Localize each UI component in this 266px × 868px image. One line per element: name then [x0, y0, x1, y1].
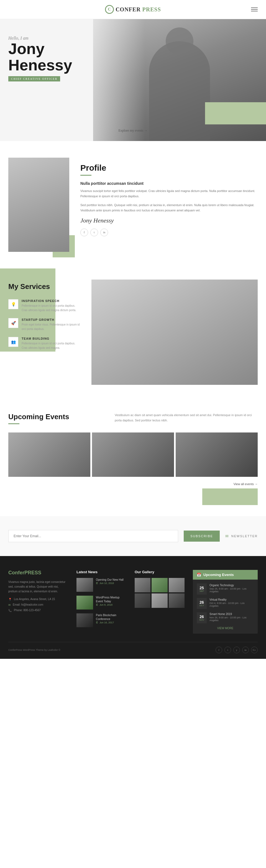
footer: ConferPRESS Vivamus magna justo, lacinia…: [0, 556, 266, 659]
header: C CONFERPRESS: [0, 0, 266, 19]
profile-signature: Jony Henessy: [80, 217, 258, 224]
gallery-thumb-4: [135, 593, 150, 608]
footer-gallery-heading: Our Gallery: [135, 570, 184, 574]
email-icon: ✉: [8, 603, 10, 607]
gallery-thumb-1: [135, 578, 150, 592]
footer-about-text: Vivamus magna justo, lacinia eget consec…: [8, 580, 68, 594]
widget-view-more-link[interactable]: VIEW MORE: [197, 627, 254, 630]
social-facebook[interactable]: f: [80, 228, 88, 236]
newsletter-label: ✉ NEWSLETTER: [225, 534, 258, 538]
widget-event-title-3: Smart Home 2019: [209, 612, 254, 616]
footer-social-links: f t y in G+: [215, 647, 258, 653]
profile-text-1: Vivamus suscipit tortor eget felis portt…: [80, 188, 258, 199]
service-item-2: 🚀 STARTUP GROWTH Proin eget tortor risus…: [8, 318, 80, 331]
footer-copyright: ConferPress WordPress Theme by Leafcolor…: [8, 649, 60, 651]
widget-event-3: 26 Nov Smart Home 2019 Nov 26, 9:00 am -…: [197, 612, 254, 623]
newsletter-subscribe-button[interactable]: SUBSCRIBE: [184, 531, 220, 541]
footer-contact-list: 📍 Los Angeles, Avana Street, LA 15 ✉ Ema…: [8, 598, 68, 612]
location-icon: 📍: [8, 598, 12, 601]
news-thumb-3: [77, 613, 93, 627]
profile-photo: [8, 158, 69, 252]
view-all-events-link[interactable]: View all events →: [8, 482, 258, 486]
calendar-icon-2: 🗓: [96, 603, 98, 606]
gallery-thumb-5: [152, 593, 167, 608]
profile-heading: Profile: [80, 163, 258, 173]
widget-event-meta-3: Nov 26, 9:00 am - 10:00 pm · Los Angeles: [209, 616, 254, 622]
mail-icon: ✉: [225, 534, 229, 538]
news-title-1: Opening Our New Hall: [96, 578, 124, 582]
widget-event-2: 26 Oct Virtual Reality Oct 4, 9:00 am - …: [197, 598, 254, 609]
services-photo: [91, 280, 258, 385]
profile-subtitle: Nulla porttitor accumsan tincidunt: [80, 181, 258, 186]
footer-logo: ConferPRESS: [8, 570, 68, 576]
team-icon: 👥: [8, 337, 18, 347]
footer-news-item-3: Paris Blockchain Conference 🗓 Jun 16, 20…: [77, 613, 126, 627]
footer-events-col: 📅 Upcoming Events 25 Sep Organic Technol…: [193, 570, 258, 633]
events-green-accent: [202, 489, 258, 505]
phone-icon: 📞: [8, 609, 12, 612]
news-date-3: 🗓 Jun 16, 2017: [96, 621, 126, 624]
logo-icon: C: [105, 5, 114, 14]
logo[interactable]: C CONFERPRESS: [105, 5, 161, 14]
footer-social-youtube[interactable]: y: [233, 647, 240, 653]
service-item-3: 👥 TEAM BUILDING Pellentesque in ipsum id…: [8, 337, 80, 350]
footer-social-facebook[interactable]: f: [215, 647, 222, 653]
footer-email: ✉ Email: hi@leadcolor.com: [8, 603, 68, 607]
profile-text-2: Sed porttitor lectus nibh. Quisque velit…: [80, 203, 258, 213]
services-section: My Services 💡 INSPIRATION SPEECH Pellent…: [0, 269, 266, 396]
footer-events-widget: 📅 Upcoming Events 25 Sep Organic Technol…: [193, 570, 258, 633]
service-desc-1: Pellentesque in ipsum id orci porta dapi…: [22, 304, 80, 312]
news-title-3: Paris Blockchain Conference: [96, 613, 126, 621]
gallery-thumb-6: [169, 593, 184, 608]
footer-gallery-col: Our Gallery: [135, 570, 184, 633]
footer-social-twitter[interactable]: t: [225, 647, 231, 653]
calendar-icon: 🗓: [96, 582, 98, 585]
footer-gallery-grid: [135, 578, 184, 608]
news-date-2: 🗓 Jun 8, 2018: [96, 603, 126, 606]
footer-news-item-1: Opening Our New Hall 🗓 Jun 10, 2018: [77, 578, 126, 592]
footer-bottom: ConferPress WordPress Theme by Leafcolor…: [8, 642, 258, 653]
footer-phone: 📞 Phone: 800-123-4567: [8, 609, 68, 612]
explore-events-link[interactable]: Explore my events →: [119, 129, 148, 133]
services-right-column: [91, 280, 258, 385]
footer-social-google[interactable]: G+: [251, 647, 258, 653]
calendar-widget-icon: 📅: [197, 573, 201, 577]
service-name-2: STARTUP GROWTH: [22, 318, 80, 321]
events-heading: Upcoming Events: [8, 412, 104, 421]
footer-news-item-2: WordPress Meetup Event Today 🗓 Jun 8, 20…: [77, 596, 126, 610]
widget-event-title-1: Organic Technology: [209, 584, 254, 587]
news-title-2: WordPress Meetup Event Today: [96, 596, 126, 603]
event-photo-3: [176, 432, 258, 477]
profile-social-links: f t in: [80, 228, 258, 236]
social-twitter[interactable]: t: [90, 228, 98, 236]
hero-green-accent-bottom: [205, 102, 266, 124]
events-top-row: Upcoming Events Vestibulum ac diam sit a…: [8, 412, 258, 424]
hero-section: Hello, I am Jony Henessy CHIEF CREATIVE …: [0, 19, 266, 141]
service-desc-3: Pellentesque in ipsum id orci porta dapi…: [22, 341, 80, 350]
service-name-1: INSPIRATION SPEECH: [22, 299, 80, 303]
profile-divider: [80, 175, 91, 176]
profile-content: Profile Nulla porttitor accumsan tincidu…: [80, 158, 258, 236]
event-photo-1: [8, 432, 90, 477]
footer-news-heading: Latest News: [77, 570, 126, 574]
widget-date-2: 26 Oct: [197, 598, 207, 609]
newsletter-email-input[interactable]: [8, 530, 178, 542]
social-linkedin[interactable]: in: [100, 228, 108, 236]
widget-event-1: 25 Sep Organic Technology Sep 25, 9:00 a…: [197, 584, 254, 594]
footer-brand-col: ConferPRESS Vivamus magna justo, lacinia…: [8, 570, 68, 633]
events-divider: [8, 423, 20, 424]
widget-event-title-2: Virtual Reality: [209, 598, 254, 602]
footer-social-linkedin[interactable]: in: [242, 647, 249, 653]
hero-text-content: Hello, I am Jony Henessy CHIEF CREATIVE …: [8, 36, 72, 82]
hamburger-menu-button[interactable]: [251, 7, 258, 11]
service-desc-2: Proin eget tortor risus. Pellentesque in…: [22, 322, 80, 331]
newsletter-section: SUBSCRIBE ✉ NEWSLETTER: [0, 516, 266, 556]
events-section: Upcoming Events Vestibulum ac diam sit a…: [0, 396, 266, 516]
hero-name: Jony Henessy: [8, 41, 72, 73]
widget-event-meta-2: Oct 4, 9:00 am - 10:00 pm · Los Angeles: [209, 602, 254, 607]
news-thumb-2: [77, 596, 93, 610]
widget-event-meta-1: Sep 25, 9:00 am - 10:00 pm · Los Angeles: [209, 587, 254, 593]
gallery-thumb-3: [169, 578, 184, 592]
events-description: Vestibulum ac diam sit amet quam vehicul…: [115, 412, 258, 423]
inspiration-icon: 💡: [8, 299, 18, 309]
